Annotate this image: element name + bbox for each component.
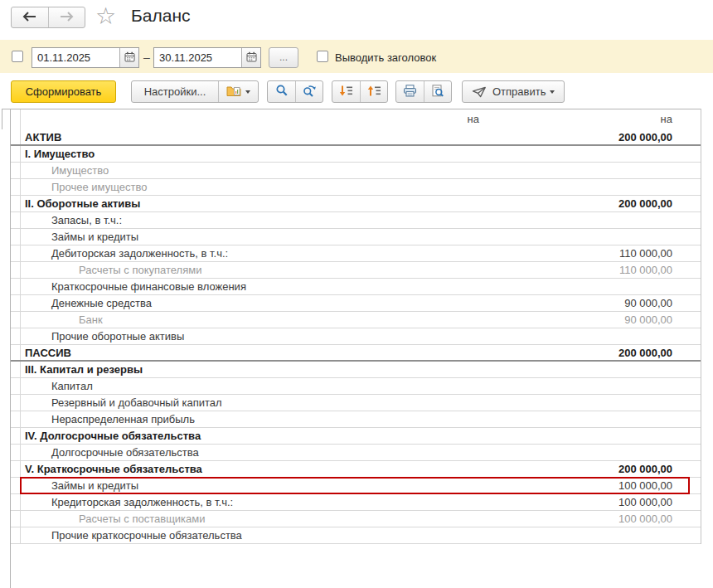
report-row-value[interactable]	[483, 428, 676, 444]
report-row-value[interactable]: 200 000,00	[483, 345, 676, 360]
report-row-value[interactable]	[483, 212, 676, 228]
report-row-label[interactable]: АКТИВ	[21, 129, 483, 144]
report-row-label[interactable]: Кредиторская задолженность, в т.ч.:	[21, 494, 483, 510]
period-from-input[interactable]	[32, 48, 119, 67]
report-row-label[interactable]: V. Краткосрочные обязательства	[21, 461, 483, 477]
report-row: Запасы, в т.ч.:	[11, 212, 701, 229]
report-row-label[interactable]: ПАССИВ	[21, 345, 483, 360]
report-row-label[interactable]: III. Капитал и резервы	[21, 362, 483, 377]
column-header-period1[interactable]: на	[21, 109, 483, 129]
row-gutter	[676, 262, 701, 278]
row-gutter	[11, 461, 21, 477]
period-to-input[interactable]	[154, 48, 241, 67]
report-row-value[interactable]	[483, 279, 676, 294]
expand-groups-button[interactable]	[332, 81, 360, 102]
row-gutter	[11, 212, 21, 228]
report-row-value[interactable]: 100 000,00	[483, 478, 676, 493]
report-row-value[interactable]	[483, 229, 676, 245]
row-gutter	[11, 179, 21, 195]
report-row-label[interactable]: Краткосрочные финансовые вложения	[21, 279, 483, 294]
print-preview-icon	[431, 85, 444, 100]
report-row-value[interactable]: 110 000,00	[483, 262, 676, 278]
report-row-value[interactable]	[483, 163, 676, 178]
row-gutter	[11, 478, 21, 493]
report-row-label[interactable]: Прочие краткосрочные обязательства	[21, 527, 483, 543]
report-row-value[interactable]	[483, 362, 676, 377]
report-row: Расчеты с поставщиками100 000,00	[11, 511, 701, 527]
report-row-label[interactable]: II. Оборотные активы	[21, 196, 483, 211]
row-gutter	[676, 179, 701, 195]
report-row-value[interactable]	[483, 445, 676, 460]
report-row-label[interactable]: Запасы, в т.ч.:	[21, 212, 483, 228]
report-row: Денежные средства90 000,00	[11, 295, 701, 312]
row-gutter	[676, 129, 701, 144]
row-gutter	[676, 511, 701, 527]
report-row-value[interactable]: 200 000,00	[483, 461, 676, 477]
back-button[interactable]	[12, 7, 48, 27]
search-group	[267, 80, 323, 103]
collapse-groups-button[interactable]	[360, 81, 387, 102]
show-header-checkbox[interactable]	[317, 51, 328, 62]
column-header-period2[interactable]: на	[483, 109, 676, 129]
report-row: ПАССИВ200 000,00	[11, 345, 701, 362]
report-row: Прочее имущество	[11, 179, 701, 196]
report-row-value[interactable]: 100 000,00	[483, 511, 676, 527]
report-row-label[interactable]: Прочие оборотные активы	[21, 328, 483, 344]
report-row-label[interactable]: Нераспределенная прибыль	[21, 411, 483, 427]
report-row-value[interactable]	[483, 179, 676, 195]
print-preview-button[interactable]	[424, 81, 451, 102]
report-row-label[interactable]: I. Имущество	[21, 146, 483, 162]
report-row-label[interactable]: Резервный и добавочный капитал	[21, 395, 483, 411]
report-row-label[interactable]: Займы и кредиты	[21, 478, 483, 493]
report-row-value[interactable]: 90 000,00	[483, 295, 676, 311]
report-row-value[interactable]	[483, 328, 676, 344]
period-checkbox[interactable]	[12, 51, 23, 62]
report-row-label[interactable]: Займы и кредиты	[21, 229, 483, 245]
find-button[interactable]	[268, 81, 295, 102]
send-button[interactable]: Отправить	[463, 81, 564, 102]
find-next-button[interactable]	[295, 81, 323, 102]
report-row-value[interactable]: 200 000,00	[483, 129, 676, 144]
report-row-value[interactable]	[483, 395, 676, 411]
report-row-label[interactable]: IV. Долгосрочные обязательства	[21, 428, 483, 444]
report-row-label[interactable]: Имущество	[21, 163, 483, 178]
period-from-calendar-button[interactable]	[119, 48, 138, 67]
row-gutter	[676, 279, 701, 294]
report-row-label[interactable]: Расчеты с поставщиками	[21, 511, 483, 527]
report-rows: АКТИВ200 000,00I. ИмуществоИмуществоПроч…	[11, 129, 701, 544]
report-row: Имущество	[11, 163, 701, 179]
report-row: Банк90 000,00	[11, 312, 701, 328]
report-row-label[interactable]: Банк	[21, 312, 483, 328]
favorite-star-icon[interactable]: ☆	[95, 3, 116, 30]
report-row-label[interactable]: Долгосрочные обязательства	[21, 445, 483, 460]
row-gutter	[11, 411, 21, 427]
generate-button[interactable]: Сформировать	[11, 80, 116, 103]
show-header-label[interactable]: Выводить заголовок	[335, 51, 436, 64]
report-row-value[interactable]	[483, 146, 676, 162]
report-row: АКТИВ200 000,00	[11, 129, 701, 146]
report-row-value[interactable]: 200 000,00	[483, 196, 676, 211]
row-gutter	[11, 312, 21, 328]
report-row-value[interactable]: 110 000,00	[483, 245, 676, 261]
settings-button[interactable]: Настройки...	[132, 81, 218, 102]
report-row-label[interactable]: Расчеты с покупателями	[21, 262, 483, 278]
period-from-field	[32, 47, 139, 68]
report-row-label[interactable]: Капитал	[21, 378, 483, 394]
forward-button[interactable]	[48, 7, 85, 27]
report-row-value[interactable]: 100 000,00	[483, 494, 676, 510]
expand-groups-icon	[339, 85, 353, 100]
period-to-calendar-button[interactable]	[241, 48, 260, 67]
report-row-label[interactable]: Дебиторская задолженность, в т.ч.:	[21, 245, 483, 261]
row-gutter	[676, 109, 701, 129]
report-variants-button[interactable]	[218, 81, 258, 102]
report-row-value[interactable]	[483, 411, 676, 427]
period-more-button[interactable]: ...	[269, 47, 298, 68]
report-row: Краткосрочные финансовые вложения	[11, 279, 701, 295]
print-button[interactable]	[396, 81, 424, 102]
row-gutter	[11, 146, 21, 162]
report-row-value[interactable]: 90 000,00	[483, 312, 676, 328]
report-row-value[interactable]	[483, 378, 676, 394]
report-row-value[interactable]	[483, 527, 676, 543]
report-row-label[interactable]: Прочее имущество	[21, 179, 483, 195]
report-row-label[interactable]: Денежные средства	[21, 295, 483, 311]
